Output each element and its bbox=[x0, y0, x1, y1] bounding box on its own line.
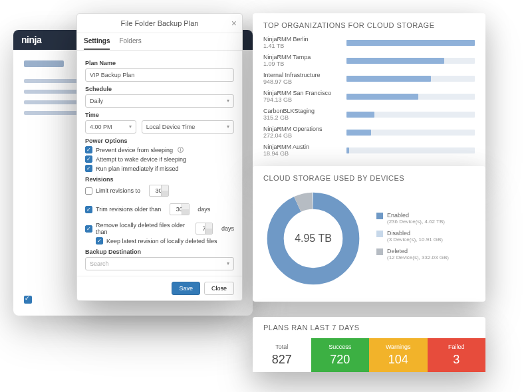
tab-settings[interactable]: Settings bbox=[84, 33, 110, 50]
plan-name-label: Plan Name bbox=[85, 60, 234, 66]
legend-item[interactable]: Deleted(12 Device(s), 332.03 GB) bbox=[376, 248, 449, 260]
organization-row[interactable]: NinjaRMM Austin18.94 GB bbox=[263, 144, 475, 157]
checkbox-trim-revisions[interactable] bbox=[85, 206, 92, 213]
org-size: 1.41 TB bbox=[263, 43, 340, 49]
org-bar bbox=[346, 147, 349, 153]
time-input[interactable]: 4:00 PM bbox=[85, 120, 136, 134]
org-name: NinjaRMM San Francisco bbox=[263, 90, 340, 96]
checkbox-keep-latest[interactable] bbox=[96, 237, 103, 245]
legend-swatch bbox=[376, 213, 383, 219]
org-size: 948.97 GB bbox=[263, 78, 340, 85]
checkbox-remove-deleted[interactable] bbox=[85, 225, 92, 233]
org-bar-bg bbox=[346, 94, 475, 100]
organization-row[interactable]: Internal Infrastructure948.97 GB bbox=[263, 72, 475, 85]
legend-sub: (3 Device(s), 10.91 GB) bbox=[387, 237, 443, 243]
modal-tabs: Settings Folders bbox=[77, 33, 242, 50]
org-bar-bg bbox=[346, 112, 475, 118]
power-options-label: Power Options bbox=[85, 138, 234, 144]
remove-deleted-input[interactable]: 7 bbox=[196, 223, 213, 235]
legend-sub: (12 Device(s), 332.03 GB) bbox=[387, 254, 449, 260]
org-size: 315.2 GB bbox=[263, 114, 340, 121]
org-bar bbox=[346, 58, 444, 64]
plan-name-input[interactable]: VIP Backup Plan bbox=[85, 68, 234, 82]
org-bar bbox=[346, 76, 431, 82]
donut-center-value: 4.95 TB bbox=[263, 189, 363, 288]
checkbox-limit-revisions[interactable] bbox=[85, 187, 92, 195]
destination-label: Backup Destination bbox=[85, 248, 234, 255]
org-bar-bg bbox=[346, 40, 475, 46]
close-icon[interactable]: × bbox=[231, 18, 237, 29]
days-suffix-1: days bbox=[198, 206, 210, 213]
plan-failed[interactable]: Failed 3 bbox=[428, 338, 486, 372]
destination-search[interactable]: Search bbox=[85, 257, 234, 270]
remove-deleted-label: Remove locally deleted files older than bbox=[96, 222, 187, 235]
wake-device-label: Attempt to wake device if sleeping bbox=[96, 156, 186, 163]
cloud-storage-title: CLOUD STORAGE USED BY DEVICES bbox=[263, 174, 475, 182]
plan-total-value: 827 bbox=[253, 353, 311, 367]
trim-revisions-label: Trim revisions older than bbox=[96, 206, 161, 213]
organization-row[interactable]: CarbonBLKStaging315.2 GB bbox=[263, 108, 475, 121]
tab-folders[interactable]: Folders bbox=[119, 33, 141, 50]
plan-success-label: Success bbox=[311, 343, 370, 350]
modal-title: File Folder Backup Plan × bbox=[77, 14, 242, 33]
org-size: 18.94 GB bbox=[263, 150, 340, 157]
backup-plan-modal: File Folder Backup Plan × Settings Folde… bbox=[76, 13, 243, 301]
modal-footer: Save Close bbox=[77, 276, 242, 300]
schedule-select[interactable]: Daily bbox=[85, 94, 234, 108]
checkbox-prevent-sleep[interactable] bbox=[85, 146, 92, 153]
checkbox-wake-device[interactable] bbox=[85, 155, 92, 163]
plans-ran-title: PLANS RAN LAST 7 DAYS bbox=[253, 324, 485, 332]
organization-row[interactable]: NinjaRMM Operations272.04 GB bbox=[263, 126, 475, 139]
plan-total-label: Total bbox=[253, 343, 311, 350]
legend-label: Disabled bbox=[387, 230, 443, 237]
run-missed-label: Run plan immediately if missed bbox=[96, 165, 179, 172]
plans-ran-card: PLANS RAN LAST 7 DAYS Total 827 Success … bbox=[253, 317, 485, 372]
save-button[interactable]: Save bbox=[172, 282, 200, 295]
legend-item[interactable]: Enabled(236 Device(s), 4.62 TB) bbox=[376, 212, 449, 225]
org-bar bbox=[346, 40, 475, 46]
organization-row[interactable]: NinjaRMM San Francisco794.13 GB bbox=[263, 90, 475, 103]
cloud-storage-card: CLOUD STORAGE USED BY DEVICES 4.95 TB En… bbox=[253, 166, 485, 302]
organization-row[interactable]: NinjaRMM Tampa1.09 TB bbox=[263, 54, 475, 67]
timezone-select[interactable]: Local Device Time bbox=[142, 120, 234, 134]
checkbox-icon[interactable] bbox=[24, 296, 32, 304]
org-name: NinjaRMM Tampa bbox=[263, 54, 340, 60]
limit-revisions-input[interactable]: 30 bbox=[149, 185, 169, 197]
plan-success-value: 720 bbox=[311, 353, 370, 367]
org-name: CarbonBLKStaging bbox=[263, 108, 340, 114]
donut-chart: 4.95 TB bbox=[263, 189, 363, 288]
legend-swatch bbox=[376, 248, 383, 255]
org-size: 794.13 GB bbox=[263, 96, 340, 103]
ninja-logo: ninja bbox=[21, 35, 41, 45]
org-name: NinjaRMM Austin bbox=[263, 144, 340, 150]
limit-revisions-label: Limit revisions to bbox=[96, 187, 140, 194]
modal-title-text: File Folder Backup Plan bbox=[121, 19, 199, 27]
org-bar bbox=[346, 112, 374, 118]
plan-fail-label: Failed bbox=[428, 343, 486, 350]
revisions-label: Revisions bbox=[85, 176, 234, 183]
plan-total: Total 827 bbox=[253, 338, 311, 372]
top-organizations-card: TOP ORGANIZATIONS FOR CLOUD STORAGE Ninj… bbox=[253, 13, 485, 169]
storage-legend: Enabled(236 Device(s), 4.62 TB)Disabled(… bbox=[376, 212, 449, 266]
legend-item[interactable]: Disabled(3 Device(s), 10.91 GB) bbox=[376, 230, 449, 243]
prevent-sleep-label: Prevent device from sleeping bbox=[96, 147, 173, 153]
plan-warn-label: Warnings bbox=[369, 343, 428, 350]
legend-sub: (236 Device(s), 4.62 TB) bbox=[387, 219, 445, 225]
top-organizations-title: TOP ORGANIZATIONS FOR CLOUD STORAGE bbox=[263, 21, 475, 29]
org-bar-bg bbox=[346, 58, 475, 64]
organization-row[interactable]: NinjaRMM Berlin1.41 TB bbox=[263, 36, 475, 49]
plan-fail-value: 3 bbox=[428, 353, 486, 367]
org-size: 272.04 GB bbox=[263, 132, 340, 139]
plan-warnings[interactable]: Warnings 104 bbox=[369, 338, 428, 372]
info-icon[interactable] bbox=[178, 147, 184, 153]
legend-label: Deleted bbox=[387, 248, 449, 254]
close-button[interactable]: Close bbox=[204, 282, 234, 295]
org-bar bbox=[346, 94, 418, 100]
plan-stats-row: Total 827 Success 720 Warnings 104 Faile… bbox=[253, 338, 485, 372]
days-suffix-2: days bbox=[221, 225, 234, 232]
checkbox-run-missed[interactable] bbox=[85, 165, 92, 172]
plan-success[interactable]: Success 720 bbox=[311, 338, 370, 372]
trim-revisions-input[interactable]: 30 bbox=[170, 203, 190, 215]
time-label: Time bbox=[85, 112, 234, 118]
org-name: NinjaRMM Berlin bbox=[263, 36, 340, 43]
